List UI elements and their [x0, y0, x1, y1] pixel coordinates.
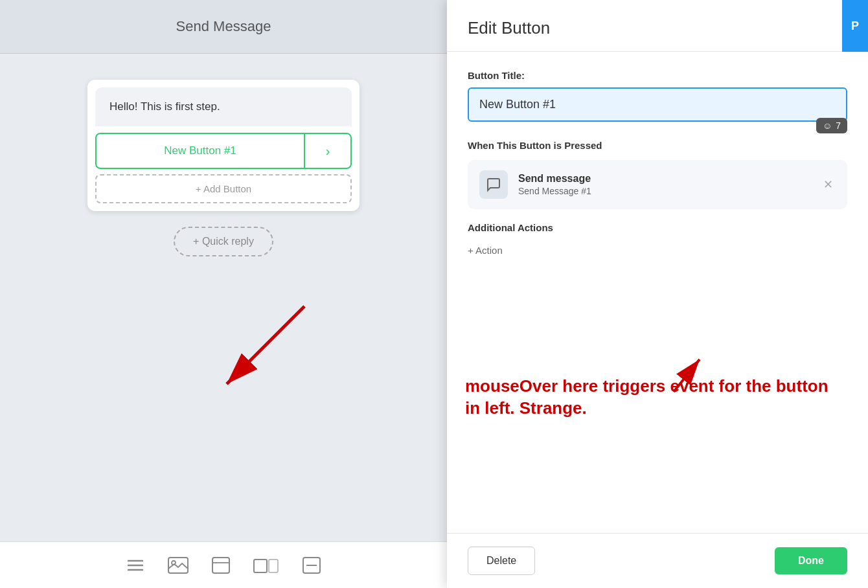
- right-panel: P Edit Button Button Title: ☺ 7 When Thi…: [447, 0, 868, 588]
- panel-blue-tab[interactable]: P: [842, 0, 868, 52]
- toolbar-icon-image[interactable]: [168, 557, 188, 574]
- message-bubble-text: Hello! This is first step.: [95, 87, 352, 126]
- panel-footer: Delete Done: [447, 533, 868, 588]
- send-message-header: Send Message: [0, 0, 447, 54]
- svg-line-1: [227, 306, 304, 384]
- action-close-button[interactable]: ✕: [821, 175, 836, 194]
- new-button-main[interactable]: New Button #1: [97, 134, 305, 168]
- action-card: Send message Send Message #1 ✕: [468, 160, 847, 209]
- message-canvas: Hello! This is first step. New Button #1…: [0, 54, 447, 588]
- emoji-icon: ☺: [823, 120, 832, 131]
- svg-rect-10: [269, 560, 278, 572]
- button-row[interactable]: New Button #1 ›: [95, 133, 352, 169]
- button-title-input[interactable]: [468, 87, 847, 122]
- add-action-button[interactable]: + Action: [468, 242, 503, 258]
- button-title-label: Button Title:: [468, 70, 847, 81]
- panel-content: Button Title: ☺ 7 When This Button is Pr…: [447, 52, 868, 533]
- quick-reply-area: + Quick reply: [174, 227, 273, 256]
- svg-rect-7: [212, 558, 229, 573]
- action-subtitle: Send Message #1: [518, 186, 810, 196]
- panel-header: Edit Button: [447, 0, 868, 52]
- action-title: Send message: [518, 173, 810, 185]
- toolbar-icon-carousel[interactable]: [253, 557, 279, 574]
- panel-tab-label: P: [851, 19, 859, 33]
- left-panel: Send Message Hello! This is first step. …: [0, 0, 447, 588]
- add-button-row[interactable]: + Add Button: [95, 174, 352, 203]
- done-button[interactable]: Done: [775, 547, 847, 574]
- quick-reply-button[interactable]: + Quick reply: [174, 227, 273, 256]
- button-title-wrapper: ☺ 7: [468, 87, 847, 122]
- char-count-badge: ☺ 7: [816, 118, 847, 133]
- send-message-title: Send Message: [176, 18, 271, 34]
- toolbar-icon-text[interactable]: [126, 558, 144, 572]
- red-arrow-annotation: [188, 293, 330, 403]
- action-info: Send message Send Message #1: [518, 173, 810, 196]
- toolbar-icon-divider[interactable]: [303, 557, 321, 574]
- action-icon: [479, 170, 508, 199]
- message-card: Hello! This is first step. New Button #1…: [87, 80, 360, 211]
- button-arrow-icon[interactable]: ›: [305, 134, 350, 168]
- toolbar-icon-card[interactable]: [212, 557, 230, 574]
- bottom-toolbar: [0, 541, 447, 588]
- panel-title: Edit Button: [468, 18, 550, 38]
- char-count-value: 7: [836, 120, 841, 131]
- add-action-label: + Action: [468, 245, 503, 256]
- svg-rect-9: [254, 560, 267, 572]
- delete-button[interactable]: Delete: [468, 547, 535, 575]
- additional-actions-label: Additional Actions: [468, 222, 847, 233]
- when-pressed-label: When This Button is Pressed: [468, 140, 847, 151]
